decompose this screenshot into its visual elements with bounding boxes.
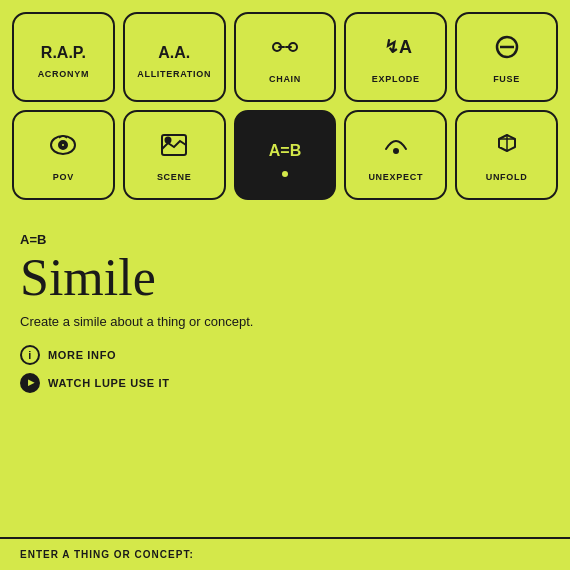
svg-text:↯A↯\: ↯A↯\ — [384, 37, 412, 57]
grid-item-fuse[interactable]: FUSE — [455, 12, 558, 102]
bottom-label: ENTER A THING OR CONCEPT: — [20, 549, 550, 560]
watch-label: WATCH LUPE USE IT — [48, 377, 170, 389]
grid-item-unexpect[interactable]: UNEXPECT — [344, 110, 447, 200]
grid-item-simile[interactable]: A=B — [234, 110, 337, 200]
alliteration-label: ALLITERATION — [137, 69, 211, 79]
svg-point-6 — [61, 143, 65, 147]
chain-icon — [269, 31, 301, 68]
fuse-icon — [491, 31, 523, 68]
fuse-label: FUSE — [493, 74, 520, 84]
grid-item-scene[interactable]: SCENE — [123, 110, 226, 200]
info-description: Create a simile about a thing or concept… — [20, 314, 550, 329]
acronym-icon: R.A.P. — [41, 35, 86, 63]
simile-dot — [282, 171, 288, 177]
info-links: i MORE INFO ▶ WATCH LUPE USE IT — [20, 345, 550, 393]
scene-icon — [158, 129, 190, 166]
info-icon: i — [20, 345, 40, 365]
chain-label: CHAIN — [269, 74, 301, 84]
scene-label: SCENE — [157, 172, 192, 182]
svg-point-8 — [166, 137, 171, 142]
grid-item-chain[interactable]: CHAIN — [234, 12, 337, 102]
svg-point-9 — [394, 149, 398, 153]
unfold-label: UNFOLD — [486, 172, 528, 182]
grid-item-pov[interactable]: POV — [12, 110, 115, 200]
more-info-label: MORE INFO — [48, 349, 116, 361]
bottom-bar: ENTER A THING OR CONCEPT: — [0, 537, 570, 570]
grid-item-unfold[interactable]: UNFOLD — [455, 110, 558, 200]
grid-item-alliteration[interactable]: A.A. ALLITERATION — [123, 12, 226, 102]
explode-icon: ↯A↯\ — [380, 31, 412, 68]
grid-container: R.A.P. ACRONYM A.A. ALLITERATION CHAIN ↯… — [0, 0, 570, 212]
alliteration-icon: A.A. — [158, 35, 190, 63]
info-title: Simile — [20, 251, 550, 306]
pov-icon — [47, 129, 79, 166]
pov-label: POV — [53, 172, 74, 182]
unexpect-icon — [380, 129, 412, 166]
grid-item-explode[interactable]: ↯A↯\ EXPLODE — [344, 12, 447, 102]
play-icon: ▶ — [20, 373, 40, 393]
info-section: A=B Simile Create a simile about a thing… — [0, 212, 570, 409]
unexpect-label: UNEXPECT — [368, 172, 423, 182]
grid-item-acronym[interactable]: R.A.P. ACRONYM — [12, 12, 115, 102]
watch-link[interactable]: ▶ WATCH LUPE USE IT — [20, 373, 550, 393]
explode-label: EXPLODE — [372, 74, 420, 84]
acronym-label: ACRONYM — [38, 69, 90, 79]
more-info-link[interactable]: i MORE INFO — [20, 345, 550, 365]
simile-icon: A=B — [269, 133, 301, 161]
info-tag: A=B — [20, 232, 550, 247]
unfold-icon — [491, 129, 523, 166]
